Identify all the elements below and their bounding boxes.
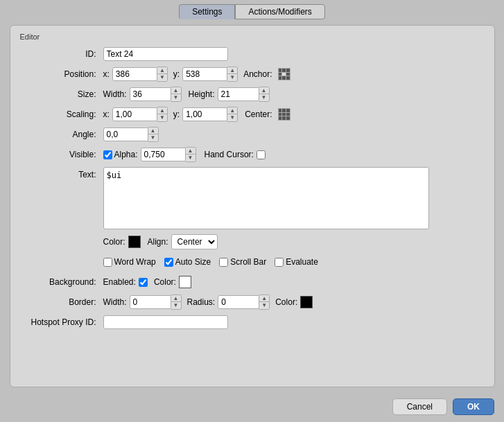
text-label: Text: [20,167,103,179]
hand-cursor-checkbox[interactable] [257,150,266,159]
alpha-input[interactable] [141,148,186,161]
evaluate-label: Evaluate [286,257,318,267]
scale-x-input[interactable] [112,107,157,121]
auto-size-label: Auto Size [175,257,211,267]
tab-settings[interactable]: Settings [179,4,235,19]
section-title: Editor [20,33,485,41]
center-grid[interactable] [278,108,290,121]
angle-input[interactable] [103,128,148,141]
options-row: Word Wrap Auto Size Scroll Bar Evaluate [20,254,485,270]
align-label: Align: [148,237,168,247]
scale-x-down[interactable]: ▼ [157,114,167,121]
color-label: Color: [103,237,125,247]
background-row: Background: Enabled: Color: [20,274,485,290]
anchor-cell-7 [282,76,286,80]
scale-y-label: y: [173,109,180,119]
ok-button[interactable]: OK [453,398,494,415]
center-cell-1 [282,109,286,112]
pos-y-up[interactable]: ▲ [227,67,237,74]
pos-x-spinner[interactable]: ▲ ▼ [157,67,168,82]
evaluate-checkbox[interactable] [275,258,284,267]
angle-up[interactable]: ▲ [148,128,158,134]
visible-label: Visible: [20,150,103,159]
border-radius-down[interactable]: ▼ [259,302,269,309]
border-width-input[interactable] [130,295,171,309]
height-down[interactable]: ▼ [259,94,269,101]
position-row: Position: x: ▲ ▼ y: ▲ ▼ Anchor: [20,67,485,82]
width-spinner[interactable]: ▲ ▼ [171,87,182,102]
pos-y-down[interactable]: ▼ [227,74,237,81]
scaling-label: Scaling: [20,109,103,119]
anchor-grid[interactable] [278,68,290,80]
hand-cursor-label: Hand Cursor: [205,150,254,159]
anchor-cell-8 [286,76,290,80]
border-radius-label: Radius: [187,297,216,307]
center-cell-7 [282,116,286,120]
hotspot-row: Hotspot Proxy ID: [20,315,485,330]
anchor-cell-4 [282,73,286,76]
border-radius-up[interactable]: ▲ [259,295,269,302]
border-row: Border: Width: ▲ ▼ Radius: ▲ ▼ Color: [20,294,485,310]
alpha-spinner[interactable]: ▲ ▼ [186,147,196,162]
alpha-up[interactable]: ▲ [186,148,195,155]
bg-enabled-label: Enabled: [103,277,136,287]
scale-x-spinner[interactable]: ▲ ▼ [157,107,168,122]
pos-y-label: y: [173,69,180,79]
cancel-button[interactable]: Cancel [392,398,447,415]
border-color-swatch[interactable] [300,296,313,308]
scale-y-up[interactable]: ▲ [227,107,237,114]
pos-y-spinner[interactable]: ▲ ▼ [227,67,238,82]
bg-color-swatch[interactable] [179,276,191,288]
width-up[interactable]: ▲ [171,87,181,94]
scale-y-input[interactable] [182,107,227,121]
word-wrap-checkbox[interactable] [103,258,112,267]
border-radius-spinner[interactable]: ▲ ▼ [259,294,270,310]
pos-y-input[interactable] [182,67,227,81]
tab-actions[interactable]: Actions/Modifiers [235,4,324,19]
editor-panel: Editor ID: Position: x: ▲ ▼ y: ▲ ▼ Ancho… [10,25,495,387]
background-label: Background: [20,277,103,287]
width-label: Width: [103,89,127,99]
id-input[interactable] [103,47,228,61]
text-input[interactable]: $ui [103,167,429,229]
border-width-up[interactable]: ▲ [171,295,181,302]
border-label: Border: [20,297,103,307]
height-spinner[interactable]: ▲ ▼ [259,87,270,102]
position-label: Position: [20,69,103,79]
text-color-swatch[interactable] [128,236,141,248]
alpha-down[interactable]: ▼ [186,155,195,161]
pos-x-up[interactable]: ▲ [157,67,167,74]
border-width-down[interactable]: ▼ [171,302,181,309]
bg-enabled-checkbox[interactable] [139,278,148,287]
scale-x-up[interactable]: ▲ [157,107,167,114]
border-radius-input[interactable] [218,295,259,309]
scaling-row: Scaling: x: ▲ ▼ y: ▲ ▼ Center: [20,107,485,122]
pos-x-input[interactable] [112,67,157,81]
angle-spinner[interactable]: ▲ ▼ [148,127,159,142]
center-label: Center: [245,109,272,119]
height-up[interactable]: ▲ [259,87,269,94]
auto-size-checkbox[interactable] [164,258,173,267]
width-down[interactable]: ▼ [171,94,181,101]
anchor-cell-6 [279,76,282,80]
scale-y-spinner[interactable]: ▲ ▼ [227,107,238,122]
center-cell-8 [286,116,290,120]
angle-label: Angle: [20,130,103,139]
visible-checkbox[interactable] [103,150,112,159]
anchor-cell-3 [279,73,282,76]
pos-x-down[interactable]: ▼ [157,74,167,81]
angle-down[interactable]: ▼ [148,134,158,141]
align-select[interactable]: Left Center Right [171,234,218,249]
height-input[interactable] [218,87,259,101]
tab-bar: Settings Actions/Modifiers [179,0,325,19]
hotspot-input[interactable] [103,315,228,329]
scale-y-down[interactable]: ▼ [227,114,237,121]
width-input[interactable] [130,87,171,101]
hotspot-label: Hotspot Proxy ID: [20,317,103,327]
border-width-spinner[interactable]: ▲ ▼ [171,294,182,310]
size-label: Size: [20,89,103,99]
alpha-label: Alpha: [114,150,138,159]
scroll-bar-label: Scroll Bar [230,257,266,267]
scroll-bar-checkbox[interactable] [219,258,228,267]
center-cell-4 [282,113,286,116]
